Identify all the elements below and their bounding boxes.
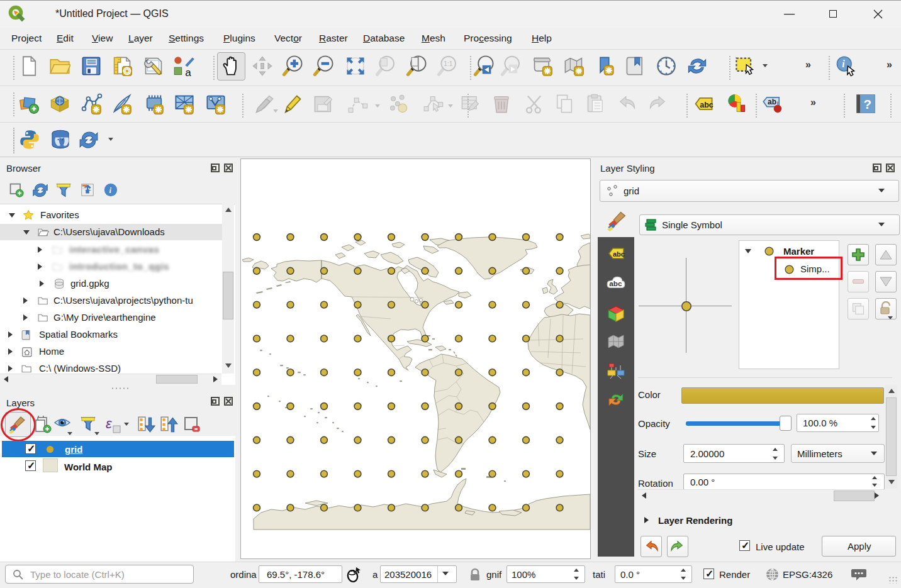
svg-text:i: i [109,186,111,195]
svg-text:abc: abc [613,250,625,258]
svg-text:a: a [185,67,191,77]
svg-text:i: i [842,58,845,69]
svg-text:abc: abc [700,101,714,109]
svg-text:ab: ab [768,97,776,106]
svg-text:1:1: 1:1 [444,60,452,67]
svg-text:abc: abc [609,279,622,287]
svg-text:?: ? [864,97,871,111]
